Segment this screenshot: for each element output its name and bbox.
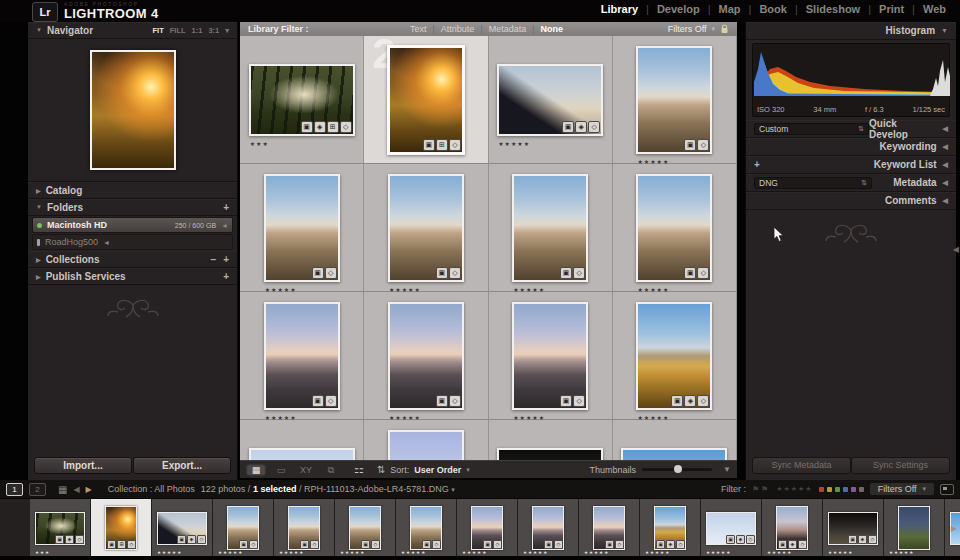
photo-thumbnail[interactable]: ▣◈⊞◇: [249, 64, 355, 136]
forward-arrow-icon[interactable]: ▶: [86, 485, 92, 494]
develop-badge-icon[interactable]: ◇: [449, 395, 461, 407]
module-develop[interactable]: Develop: [657, 3, 700, 15]
export-button[interactable]: Export...: [133, 457, 231, 474]
photo-thumbnail[interactable]: [388, 430, 464, 461]
collection-badge-icon[interactable]: ▣: [562, 121, 574, 133]
collection-badge-icon[interactable]: ▣: [671, 395, 683, 407]
color-label-dot[interactable]: [843, 487, 848, 492]
folders-header[interactable]: ▼ Folders +: [28, 199, 237, 216]
star-filter-icons[interactable]: ★★★★★: [776, 485, 812, 493]
photo-thumbnail[interactable]: ▣⊞◇: [105, 506, 137, 550]
keyword-badge-icon[interactable]: ◈: [736, 535, 745, 544]
collection-badge-icon[interactable]: ▣: [848, 535, 857, 544]
collection-badge-icon[interactable]: ▣: [778, 540, 787, 549]
crop-badge-icon[interactable]: ⊞: [117, 540, 126, 549]
module-library[interactable]: Library: [601, 3, 638, 15]
photo-thumbnail[interactable]: ▣◇: [532, 506, 564, 550]
develop-badge-icon[interactable]: ◇: [325, 395, 337, 407]
collection-badge-icon[interactable]: ▣: [436, 395, 448, 407]
photo-thumbnail[interactable]: ▣◇: [410, 506, 442, 550]
photo-thumbnail[interactable]: ▣◇: [288, 506, 320, 550]
collections-header[interactable]: ▶ Collections – +: [28, 251, 237, 268]
histogram-header[interactable]: Histogram ▼: [746, 22, 956, 40]
collection-badge-icon[interactable]: ▣: [544, 540, 553, 549]
zoom-option-fit[interactable]: FIT: [152, 26, 163, 35]
collection-badge-icon[interactable]: ▣: [361, 540, 370, 549]
loupe-view-button[interactable]: ▭: [271, 464, 291, 476]
develop-badge-icon[interactable]: ◇: [588, 121, 600, 133]
grid-photo-cell[interactable]: 2▣⊞◇: [364, 36, 488, 164]
import-button[interactable]: Import...: [34, 457, 132, 474]
keyword-badge-icon[interactable]: ◈: [684, 395, 696, 407]
keyword-badge-icon[interactable]: ◈: [187, 535, 196, 544]
quick-develop-preset-dropdown[interactable]: Custom ⇅: [754, 123, 869, 135]
collection-badge-icon[interactable]: ▣: [560, 395, 572, 407]
develop-badge-icon[interactable]: ◇: [127, 540, 136, 549]
keyword-badge-icon[interactable]: ◈: [858, 535, 867, 544]
photo-thumbnail[interactable]: ▣◈◇: [828, 512, 878, 545]
filmstrip-thumbnail-cell[interactable]: ★★★★★: [884, 499, 945, 556]
photo-thumbnail[interactable]: [497, 448, 603, 461]
filmstrip-filter-preset[interactable]: Filters Off ▾: [870, 483, 934, 495]
color-label-dot[interactable]: [851, 487, 856, 492]
develop-badge-icon[interactable]: ◇: [75, 535, 84, 544]
develop-badge-icon[interactable]: ◇: [325, 267, 337, 279]
keyword-badge-icon[interactable]: ◈: [788, 540, 797, 549]
filmstrip-scroll-right-arrow[interactable]: ▶: [951, 524, 957, 533]
grid-photo-cell[interactable]: ▣◈⊞◇★★★: [240, 36, 364, 164]
toolbar-collapse-arrow-icon[interactable]: ▼: [723, 465, 731, 474]
filter-tab-metadata[interactable]: Metadata: [489, 24, 527, 34]
develop-badge-icon[interactable]: ◇: [340, 121, 352, 133]
grid-view-icon[interactable]: ▦: [58, 484, 67, 495]
photo-thumbnail[interactable]: ▣◇: [593, 506, 625, 550]
color-label-dot[interactable]: [859, 487, 864, 492]
sort-value[interactable]: User Order: [414, 465, 461, 475]
develop-badge-icon[interactable]: ◇: [249, 540, 258, 549]
filmstrip-thumbnail-cell[interactable]: ▣◇★★★★★: [335, 499, 396, 556]
photo-thumbnail[interactable]: ▣◇: [388, 302, 464, 410]
collection-badge-icon[interactable]: ▣: [726, 535, 735, 544]
keyword-badge-icon[interactable]: ◈: [65, 535, 74, 544]
metadata-preset-dropdown[interactable]: DNG ⇅: [754, 177, 872, 189]
sort-direction-icon[interactable]: ⇅: [377, 464, 385, 475]
remove-collection-button[interactable]: –: [211, 254, 217, 265]
grid-photo-cell[interactable]: ▣◈◇★★★★★: [613, 292, 737, 420]
filter-preset-value[interactable]: Filters Off: [668, 24, 707, 34]
keyword-badge-icon[interactable]: ◈: [575, 121, 587, 133]
keywording-header[interactable]: Keywording ◀: [746, 138, 956, 156]
add-folder-button[interactable]: +: [223, 202, 229, 213]
filmstrip-thumbnail-cell[interactable]: ▣◇★★★★★: [518, 499, 579, 556]
photo-thumbnail[interactable]: ▣◈◇: [35, 512, 85, 545]
add-collection-button[interactable]: +: [223, 254, 229, 265]
painter-spray-can-icon[interactable]: ⚏: [354, 463, 364, 476]
back-arrow-icon[interactable]: ◀: [73, 485, 79, 494]
module-web[interactable]: Web: [923, 3, 946, 15]
photo-thumbnail[interactable]: ▣◇: [264, 174, 340, 282]
navigator-preview-image[interactable]: [90, 50, 176, 170]
filmstrip-thumbnail-cell[interactable]: ▣◇★★★★★: [274, 499, 335, 556]
module-print[interactable]: Print: [879, 3, 904, 15]
color-label-dot[interactable]: [835, 487, 840, 492]
collection-badge-icon[interactable]: ▣: [312, 267, 324, 279]
photo-thumbnail[interactable]: ▣◇: [636, 46, 712, 154]
color-label-filter-dots[interactable]: [819, 487, 864, 492]
grid-photo-cell[interactable]: ▣◇★★★★★: [489, 292, 613, 420]
grid-photo-cell[interactable]: ▣◇★★★★★: [489, 164, 613, 292]
grid-photo-cell[interactable]: [489, 420, 613, 460]
collection-badge-icon[interactable]: ▣: [605, 540, 614, 549]
develop-badge-icon[interactable]: ◇: [868, 535, 877, 544]
filmstrip-thumbnail-cell[interactable]: ▣◈◇★★★★★: [152, 499, 213, 556]
folder-item[interactable]: RoadHog500◄: [32, 234, 233, 250]
photo-thumbnail[interactable]: [898, 506, 930, 550]
develop-badge-icon[interactable]: ◇: [746, 535, 755, 544]
filter-tab-none[interactable]: None: [541, 24, 564, 34]
collection-badge-icon[interactable]: ▣: [436, 267, 448, 279]
grid-photo-cell[interactable]: ▣◇★★★★★: [240, 292, 364, 420]
photo-thumbnail[interactable]: ▣◇: [227, 506, 259, 550]
sync-settings-button[interactable]: Sync Settings: [851, 457, 950, 474]
develop-badge-icon[interactable]: ◇: [697, 395, 709, 407]
grid-photo-cell[interactable]: ▣◇★★★★★: [613, 164, 737, 292]
keyword-list-header[interactable]: + Keyword List ◀: [746, 156, 956, 174]
main-window-button[interactable]: 1: [6, 483, 23, 496]
develop-badge-icon[interactable]: ◇: [432, 540, 441, 549]
